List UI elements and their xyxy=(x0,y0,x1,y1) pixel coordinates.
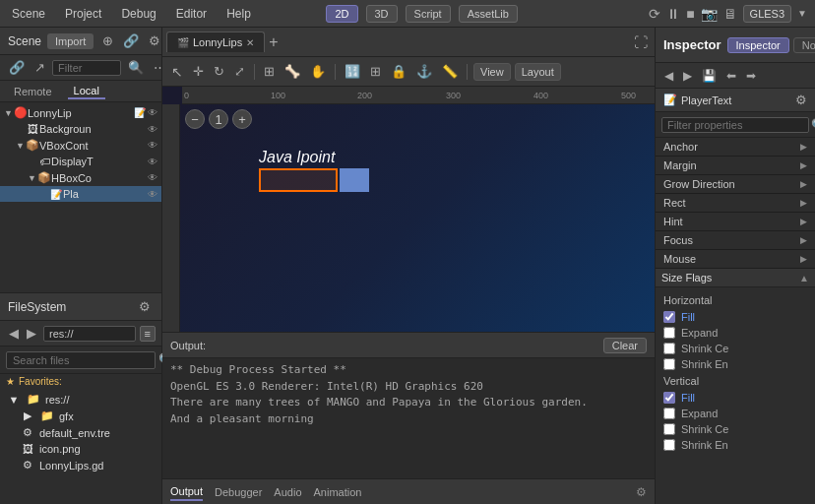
tree-item-vboxcont[interactable]: ▼ 📦 VBoxCont 👁 xyxy=(0,137,161,154)
fullscreen-button[interactable]: ⛶ xyxy=(631,33,651,51)
sf-v-shrinkce-row[interactable]: Shrink Ce xyxy=(656,421,815,437)
monitor-icon[interactable]: 🖥 xyxy=(723,6,737,22)
mode-2d-button[interactable]: 2D xyxy=(326,5,357,23)
tab-lonnylips[interactable]: 🎬 LonnyLips ✕ xyxy=(166,32,265,52)
assetlib-button[interactable]: AssetLib xyxy=(459,5,518,23)
sf-h-expand-checkbox[interactable] xyxy=(663,327,675,339)
view-button[interactable]: View xyxy=(473,63,511,81)
visibility-icon[interactable]: 👁 xyxy=(148,157,157,167)
inspector-tab-node[interactable]: Node xyxy=(793,37,815,53)
prop-rect[interactable]: Rect ▶ xyxy=(656,194,815,213)
fs-forward-button[interactable]: ▶ xyxy=(24,325,39,342)
prop-anchor[interactable]: Anchor ▶ xyxy=(656,138,815,157)
filter-properties-search-icon[interactable]: 🔍 xyxy=(811,118,815,132)
import-button[interactable]: Import xyxy=(47,33,94,49)
inspector-back-button[interactable]: ◀ xyxy=(661,68,676,84)
inspector-nav-forward[interactable]: ➡ xyxy=(743,68,759,84)
output-content[interactable]: ** Debug Process Started ** OpenGL ES 3.… xyxy=(162,358,655,478)
camera-icon[interactable]: 📷 xyxy=(701,6,718,22)
tab-add-button[interactable]: + xyxy=(269,33,278,51)
guide-btn[interactable]: 📏 xyxy=(439,63,461,80)
filter-icon[interactable]: 🔍 xyxy=(125,59,147,76)
sf-h-shrinken-row[interactable]: Shrink En xyxy=(656,356,815,372)
node-settings-button[interactable]: ⚙ xyxy=(795,93,807,107)
output-tab-animation[interactable]: Animation xyxy=(314,484,362,500)
prop-mouse[interactable]: Mouse ▶ xyxy=(656,250,815,269)
sf-h-expand-row[interactable]: Expand xyxy=(656,325,815,341)
menu-debug[interactable]: Debug xyxy=(117,5,159,23)
tree-item-pla[interactable]: 📝 Pla 👁 xyxy=(0,186,161,202)
script-button[interactable]: Script xyxy=(406,5,451,23)
visibility-icon[interactable]: 👁 xyxy=(148,107,157,118)
inspector-forward-button[interactable]: ▶ xyxy=(680,68,695,84)
layout-button[interactable]: Layout xyxy=(515,63,561,81)
sf-v-fill-row[interactable]: Fill xyxy=(656,390,815,406)
sf-h-fill-checkbox[interactable] xyxy=(663,311,675,323)
stop-icon[interactable]: ■ xyxy=(686,6,694,22)
chain-icon[interactable]: 🔗 xyxy=(120,32,142,49)
zoom-reset-button[interactable]: 1 xyxy=(209,109,228,129)
select-tool[interactable]: ↖ xyxy=(168,63,186,81)
fs-search-input[interactable] xyxy=(6,351,156,369)
fs-item-gfx[interactable]: ▶ 📁 gfx xyxy=(0,408,161,424)
pause-icon[interactable]: ⏸ xyxy=(666,6,680,22)
pan-tool[interactable]: ✋ xyxy=(307,63,329,80)
fs-list-toggle[interactable]: ≡ xyxy=(140,326,156,342)
add-node-icon[interactable]: ⊕ xyxy=(99,32,116,49)
menu-scene[interactable]: Scene xyxy=(8,5,49,23)
prop-grow-direction[interactable]: Grow Direction ▶ xyxy=(656,175,815,194)
zoom-out-button[interactable]: − xyxy=(185,109,205,129)
arrow-icon[interactable]: ↗ xyxy=(31,59,48,76)
prop-margin[interactable]: Margin ▶ xyxy=(656,157,815,175)
tree-item-lonnylip[interactable]: ▼ 🔴 LonnyLip 📝 👁 xyxy=(0,104,161,121)
lock-btn[interactable]: 🔒 xyxy=(388,63,409,80)
sf-v-expand-row[interactable]: Expand xyxy=(656,406,815,421)
inspector-save-button[interactable]: 💾 xyxy=(699,68,720,84)
sf-v-shrinken-row[interactable]: Shrink En xyxy=(656,437,815,453)
visibility-icon[interactable]: 👁 xyxy=(148,140,157,151)
fs-settings-icon[interactable]: ⚙ xyxy=(136,298,154,315)
scale-tool[interactable]: ⤢ xyxy=(231,63,248,80)
grid-btn[interactable]: ⊞ xyxy=(367,63,384,80)
snap-tool[interactable]: ⊞ xyxy=(261,63,278,80)
bone-tool[interactable]: 🦴 xyxy=(282,63,303,80)
tree-item-hboxco[interactable]: ▼ 📦 HBoxCo 👁 xyxy=(0,169,161,186)
rotate-tool[interactable]: ↻ xyxy=(211,63,227,80)
settings-icon[interactable]: ⚙ xyxy=(146,32,163,49)
menu-editor[interactable]: Editor xyxy=(172,5,211,23)
tree-item-displayt[interactable]: 🏷 DisplayT 👁 xyxy=(0,154,161,169)
fs-back-button[interactable]: ◀ xyxy=(6,325,22,342)
move-tool[interactable]: ✛ xyxy=(190,63,207,80)
tree-item-background[interactable]: 🖼 Backgroun 👁 xyxy=(0,121,161,137)
inspector-nav-back[interactable]: ⬅ xyxy=(723,68,739,84)
fs-item-default-env[interactable]: ⚙ default_env.tre xyxy=(0,424,161,441)
fs-item-lonnylips-gd[interactable]: ⚙ LonnyLips.gd xyxy=(0,457,161,473)
sf-v-expand-checkbox[interactable] xyxy=(663,408,675,419)
menu-project[interactable]: Project xyxy=(61,5,105,23)
fs-item-icon-png[interactable]: 🖼 icon.png xyxy=(0,441,161,457)
sf-h-shrinken-checkbox[interactable] xyxy=(663,358,675,370)
visibility-icon[interactable]: 👁 xyxy=(148,189,157,200)
visibility-icon[interactable]: 👁 xyxy=(148,172,157,183)
sf-h-fill-row[interactable]: Fill xyxy=(656,309,815,325)
sf-v-shrinken-checkbox[interactable] xyxy=(663,439,675,451)
prop-focus[interactable]: Focus ▶ xyxy=(656,231,815,250)
tab-local[interactable]: Local xyxy=(68,84,105,99)
mode-3d-button[interactable]: 3D xyxy=(366,5,398,23)
sf-v-fill-checkbox[interactable] xyxy=(663,392,675,404)
chevron-down-icon[interactable]: ▼ xyxy=(797,8,807,19)
sf-h-shrinkce-checkbox[interactable] xyxy=(663,343,675,354)
viewport-content[interactable]: − 1 + Java Ipoint xyxy=(180,104,655,332)
output-tab-output[interactable]: Output xyxy=(170,483,203,501)
link-icon[interactable]: 🔗 xyxy=(6,59,28,76)
fs-item-res[interactable]: ▼ 📁 res:// xyxy=(0,391,161,408)
tab-remote[interactable]: Remote xyxy=(8,85,58,98)
tab-close-button[interactable]: ✕ xyxy=(246,37,254,48)
prop-hint[interactable]: Hint ▶ xyxy=(656,213,815,231)
sf-h-shrinkce-row[interactable]: Shrink Ce xyxy=(656,341,815,356)
inspector-tab-inspector[interactable]: Inspector xyxy=(727,37,789,53)
smart-snap-btn[interactable]: 🔢 xyxy=(342,63,363,80)
zoom-in-button[interactable]: + xyxy=(232,109,252,129)
menu-help[interactable]: Help xyxy=(222,5,255,23)
output-tab-audio[interactable]: Audio xyxy=(274,484,301,500)
